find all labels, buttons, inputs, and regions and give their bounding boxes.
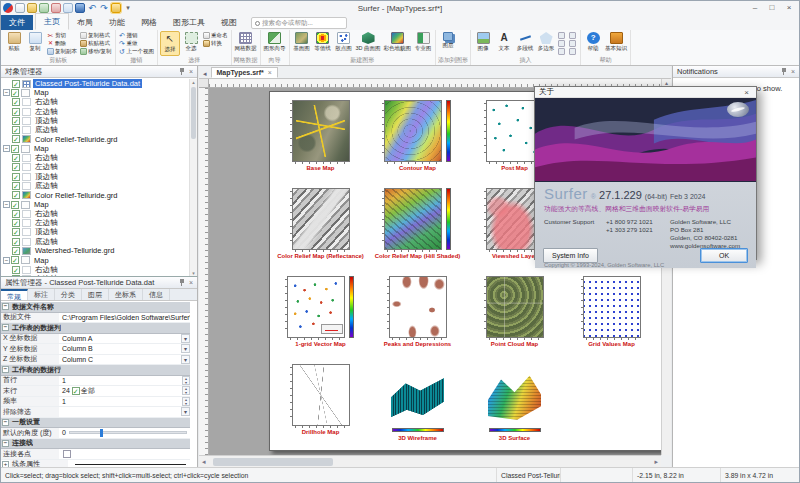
map-thumbnail[interactable]: 3D Surface [466,359,563,447]
quick-access-icon[interactable] [3,3,13,13]
property-row[interactable]: 首行 1 ✓ ▾ ▴▾ [1,376,190,387]
tree-item[interactable]: ✓ 顶边轴 [1,172,189,181]
ribbon-button[interactable]: 网格数据 [234,31,258,56]
ribbon-button[interactable] [568,39,578,47]
spinner-control[interactable]: ▴▾ [182,397,190,406]
ribbon-button[interactable]: 图形向导 [263,31,287,56]
property-row[interactable]: X 坐标数据 Column A ✓ ▾ ▴▾ [1,334,190,345]
property-tab[interactable]: 标注 [28,289,55,300]
property-row[interactable]: − 连接线 ✓ ▾ ▴▾ [1,439,190,450]
property-value[interactable]: ✓ ▾ ▴▾ [59,407,190,417]
ribbon-button[interactable]: 上一个视图 [118,48,156,56]
ribbon-tab[interactable]: 文件 [1,15,33,30]
spinner-control[interactable]: ▴▾ [182,386,190,395]
ribbon-tab[interactable]: 网格 [133,15,165,30]
property-value[interactable]: 1 ✓ ▾ ▴▾ [59,376,190,386]
tree-item[interactable]: ✓ 左边轴 [1,218,189,227]
ribbon-button[interactable]: 复制 [25,31,45,56]
map-thumbnail[interactable]: Peaks and Depressions [369,271,466,359]
ribbon-button[interactable]: 剪切 [46,31,78,39]
tree-item[interactable]: ✓ 底边轴 [1,181,189,190]
tree-item[interactable]: ✓ 左边轴 [1,107,189,116]
visibility-checkbox[interactable]: ✓ [12,210,20,218]
quick-access-icon[interactable] [63,3,73,13]
tree-item[interactable]: ✓ Watershed-Telluride.grd [1,246,189,255]
ribbon-button[interactable] [557,39,567,47]
dropdown-arrow-icon[interactable]: ▾ [181,334,190,343]
tree-item[interactable]: ✓ Map [1,88,189,97]
property-row[interactable]: − 工作表的数据行 ✓ ▾ ▴▾ [1,365,190,376]
visibility-checkbox[interactable]: ✓ [11,201,19,209]
map-thumbnail[interactable]: 3D Wireframe [369,359,466,447]
property-value[interactable]: 1 ✓ ▾ ▴▾ [59,397,190,407]
system-info-button[interactable]: System Info [543,248,598,263]
expander-icon[interactable] [3,257,10,264]
document-tab[interactable]: MapTypes.srf* × [211,67,278,78]
ribbon-button[interactable]: 全选 [181,31,201,56]
property-value[interactable]: ✓ ▾ ▴▾ [59,449,190,459]
map-thumbnail[interactable]: Color Relief Map (Reflectance) [272,183,369,271]
visibility-checkbox[interactable]: ✓ [12,108,20,116]
tree-item[interactable]: ✓ Color Relief-Telluride.grd [1,191,189,200]
property-row[interactable]: − 数据文件名称 ✓ ▾ ▴▾ [1,302,190,313]
property-tab[interactable]: 图层 [82,289,109,300]
visibility-checkbox[interactable]: ✓ [12,154,20,162]
visibility-checkbox[interactable]: ✓ [12,80,20,88]
minimize-button[interactable]: – [747,2,763,14]
ribbon-button[interactable] [568,31,578,39]
tree-item[interactable]: ✓ 顶边轴 [1,116,189,125]
ribbon-tab[interactable]: 功能 [101,15,133,30]
pin-icon[interactable] [781,68,787,76]
visibility-checkbox[interactable]: ✓ [12,98,20,106]
property-value[interactable]: Column B ✓ ▾ ▴▾ [59,344,190,354]
map-thumbnail[interactable]: Base Map [272,95,369,183]
ok-button[interactable]: OK [700,248,748,263]
tree-item[interactable]: ✓ 左边轴 [1,163,189,172]
property-tab[interactable]: 坐标系 [109,289,143,300]
spinner-control[interactable]: ▴▾ [182,376,190,385]
ribbon-button[interactable] [557,48,567,56]
ribbon-button[interactable]: 重做 [118,39,156,47]
tree-item[interactable]: ✓ 顶边轴 [1,228,189,237]
ribbon-button[interactable]: 3D 曲面图 [355,31,382,56]
maximize-button[interactable]: □ [764,2,780,14]
quick-access-icon[interactable]: ↷ [99,3,109,13]
ribbon-button[interactable]: 图层 [438,31,458,56]
ribbon-button[interactable]: 删除 [46,39,78,47]
visibility-checkbox[interactable]: ✓ [12,191,20,199]
visibility-checkbox[interactable]: ✓ [12,182,20,190]
property-row[interactable]: − 一般设置 ✓ ▾ ▴▾ [1,418,190,429]
quick-access-icon[interactable] [15,3,25,13]
tree-item[interactable]: ✓ 右边轴 [1,265,189,274]
ribbon-button[interactable]: 散点图 [334,31,354,56]
tree-item[interactable]: ✓ 右边轴 [1,153,189,162]
tree-item[interactable]: ✓ 右边轴 [1,98,189,107]
visibility-checkbox[interactable]: ✓ [11,89,19,97]
property-row[interactable]: 连接各点 ✓ ▾ ▴▾ [1,449,190,460]
ribbon-button[interactable]: 撤销 [118,31,156,39]
pin-icon[interactable] [179,279,185,287]
property-tab[interactable]: 信息 [143,289,170,300]
ribbon-button[interactable]: 等值线 [313,31,333,56]
tree-item[interactable]: ✓ 底边轴 [1,237,189,246]
visibility-checkbox[interactable]: ✓ [12,173,20,181]
tree-item[interactable]: ✓ Map [1,256,189,265]
visibility-checkbox[interactable]: ✓ [12,228,20,236]
property-value[interactable]: Column C ✓ ▾ ▴▾ [59,355,190,365]
ribbon-tab[interactable]: 布局 [69,15,101,30]
property-value[interactable]: Column A ✓ ▾ ▴▾ [59,334,190,344]
ribbon-button[interactable]: 粘贴 [4,31,24,56]
map-thumbnail[interactable]: 1-grid Vector Map [272,271,369,359]
visibility-checkbox[interactable]: ✓ [12,238,20,246]
ribbon-button[interactable]: 帮助 [583,31,603,56]
ribbon-button[interactable]: 多段线 [515,31,535,56]
property-value[interactable]: C:\Program Files\Golden Software\Surfer\… [59,313,190,323]
visibility-checkbox[interactable]: ✓ [11,145,19,153]
tree-item[interactable]: ✓ 右边轴 [1,209,189,218]
dropdown-arrow-icon[interactable]: ▾ [181,355,190,364]
quick-access-icon[interactable] [27,3,37,13]
close-button[interactable]: × [781,2,797,14]
ribbon-button[interactable] [557,31,567,39]
ribbon-button[interactable]: 复制格式 [79,31,113,39]
property-row[interactable]: Y 坐标数据 Column B ✓ ▾ ▴▾ [1,344,190,355]
